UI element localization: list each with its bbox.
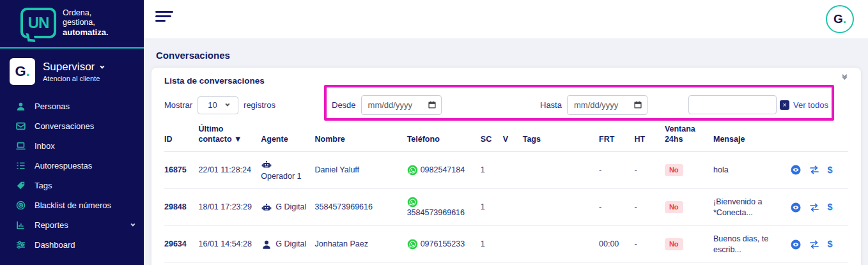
logo-text: UN xyxy=(28,14,49,32)
col-frt[interactable]: FRT xyxy=(599,123,635,151)
sidebar-item-label: Inbox xyxy=(35,141,55,151)
sidebar-item-autorespuestas[interactable]: Autorespuestas xyxy=(0,156,144,176)
page-size-select[interactable]: 10 xyxy=(198,96,238,114)
contact-name: Jonhatan Paez xyxy=(315,226,407,263)
content-area: Conversaciones Lista de conversaciones M… xyxy=(144,38,868,265)
avatar-letter: G xyxy=(15,63,26,80)
contact-name: Daniel Yaluff xyxy=(315,151,407,189)
agent-name: Operador 1 xyxy=(261,171,301,182)
conversation-id: 29634 xyxy=(164,226,199,263)
v-value xyxy=(503,226,523,263)
col-name[interactable]: Nombre xyxy=(315,123,407,151)
sidebar-item-label: Conversaciones xyxy=(35,121,94,131)
sliders-icon xyxy=(15,239,26,250)
from-label: Desde xyxy=(332,100,356,110)
chevron-down-icon xyxy=(225,102,229,107)
col-sc[interactable]: SC xyxy=(481,123,503,151)
to-label: Hasta xyxy=(540,100,562,110)
last-contact: 22/01 11:28:24 xyxy=(199,151,261,189)
whatsapp-icon xyxy=(407,239,418,250)
phone-number: 3584573969616 xyxy=(407,208,465,217)
agent-name: G Digital xyxy=(275,239,306,250)
frt-value: 00:00 xyxy=(599,226,635,263)
col-phone[interactable]: Teléfono xyxy=(407,123,481,151)
calendar-icon[interactable] xyxy=(633,100,642,109)
sidebar-item-personas[interactable]: Personas xyxy=(0,96,144,116)
sidebar-item-label: Autorespuestas xyxy=(35,161,92,170)
user-menu[interactable]: G. Supervisor Atencion al cliente xyxy=(0,49,144,91)
calendar-icon[interactable] xyxy=(428,100,437,109)
user-icon xyxy=(15,101,26,112)
mail-icon xyxy=(15,121,26,132)
sidebar-item-label: Tags xyxy=(35,181,52,190)
clear-filters-icon[interactable]: × xyxy=(780,100,789,110)
col-tags[interactable]: Tags xyxy=(523,123,599,151)
sidebar-item-label: Dashboard xyxy=(35,240,75,250)
col-ht[interactable]: HT xyxy=(635,123,665,151)
sidebar-item-dashboard[interactable]: Dashboard xyxy=(0,235,144,255)
transfer-icon[interactable] xyxy=(809,202,820,213)
app-window: UN Ordena, gestiona, automatiza. G. Supe… xyxy=(0,0,868,265)
table-header-row: ID Último contacto ▼ Agente Nombre Teléf… xyxy=(164,123,848,151)
search-input[interactable] xyxy=(688,95,777,114)
dollar-icon[interactable]: $ xyxy=(827,164,832,177)
tag-icon xyxy=(15,180,26,191)
tags-value xyxy=(523,226,599,263)
message-preview: Buenos dias, te escrib... xyxy=(713,226,790,263)
avatar-letter: G xyxy=(833,12,843,26)
window24-badge: No xyxy=(665,201,683,213)
sidebar-item-reportes[interactable]: Reportes xyxy=(0,215,144,235)
logo-tail xyxy=(26,33,36,42)
col-id[interactable]: ID xyxy=(164,123,199,151)
transfer-icon[interactable] xyxy=(809,239,820,250)
table-row: 16875 22/01 11:28:24 Operador 1 Daniel Y… xyxy=(164,151,848,189)
avatar-dot: . xyxy=(843,12,846,26)
profile-avatar[interactable]: G. xyxy=(826,5,854,33)
dollar-icon[interactable]: $ xyxy=(827,238,832,251)
sidebar-item-label: Personas xyxy=(35,102,70,111)
col-window24[interactable]: Ventana 24hs xyxy=(665,123,713,151)
conversations-table: ID Último contacto ▼ Agente Nombre Teléf… xyxy=(164,123,848,263)
last-contact: 18/01 17:23:29 xyxy=(199,189,261,226)
view-icon[interactable] xyxy=(790,239,802,250)
sidebar-item-conversaciones[interactable]: Conversaciones xyxy=(0,116,144,136)
dollar-icon[interactable]: $ xyxy=(827,201,832,214)
tagline-line: automatiza. xyxy=(63,27,109,38)
tags-value xyxy=(523,151,599,189)
col-message[interactable]: Mensaje xyxy=(713,123,790,151)
view-icon[interactable] xyxy=(790,164,802,176)
transfer-icon[interactable] xyxy=(809,164,820,176)
col-actions xyxy=(790,123,848,151)
v-value xyxy=(503,189,523,226)
chevron-down-icon[interactable] xyxy=(100,64,105,68)
ht-value: - xyxy=(635,226,665,263)
last-contact: 16/01 14:54:28 xyxy=(199,226,261,263)
view-icon[interactable] xyxy=(790,202,802,213)
col-v[interactable]: V xyxy=(503,123,523,151)
tagline-line: gestiona, xyxy=(63,18,109,27)
sidebar-item-blacklist[interactable]: Blacklist de números xyxy=(0,195,144,215)
contact-name: 3584573969616 xyxy=(315,189,407,226)
target-icon xyxy=(15,200,26,211)
sidebar-item-inbox[interactable]: Inbox xyxy=(0,136,144,156)
message-preview: hola xyxy=(713,151,790,189)
frt-value: - xyxy=(599,151,635,189)
collapse-icon[interactable] xyxy=(842,76,848,80)
v-value xyxy=(503,151,523,189)
phone-number: 0976155233 xyxy=(421,239,465,248)
tagline-line: Ordena, xyxy=(63,8,109,18)
card-title: Lista de conversaciones xyxy=(164,76,265,86)
menu-icon[interactable] xyxy=(155,11,173,24)
window24-badge: No xyxy=(665,164,683,176)
col-last-contact[interactable]: Último contacto ▼ xyxy=(199,123,261,151)
sidebar-item-tags[interactable]: Tags xyxy=(0,176,144,195)
user-icon xyxy=(261,239,272,250)
col-agent[interactable]: Agente xyxy=(261,123,314,151)
window24-badge: No xyxy=(665,238,683,250)
avatar-dot: . xyxy=(26,63,30,80)
sidebar-item-label: Reportes xyxy=(35,220,68,230)
records-label: registros xyxy=(244,100,275,110)
view-all-link[interactable]: Ver todos xyxy=(793,100,828,110)
list-icon xyxy=(15,160,26,171)
sidebar-item-label: Blacklist de números xyxy=(35,201,111,210)
